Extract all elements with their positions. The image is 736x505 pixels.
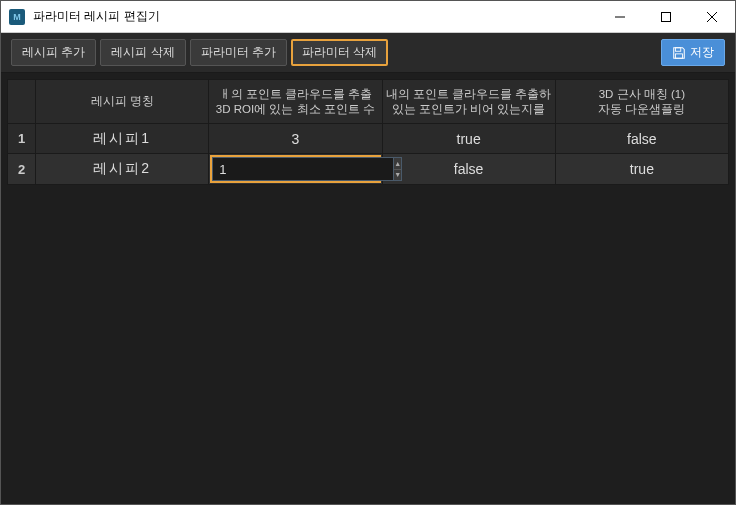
cell-value[interactable]: 3 (209, 124, 382, 154)
recipe-name-cell[interactable]: 레시피1 (36, 124, 209, 154)
header-name: 레시피 명칭 (36, 80, 209, 124)
header-col3: 3D 근사 매칭 (1)자동 다운샘플링 (555, 80, 728, 124)
delete-param-button[interactable]: 파라미터 삭제 (291, 39, 388, 66)
save-label: 저장 (690, 44, 714, 61)
svg-rect-4 (676, 47, 681, 51)
maximize-button[interactable] (643, 1, 689, 32)
cell-spinner[interactable]: ▲ ▼ (209, 154, 382, 185)
spinner-input[interactable] (212, 157, 393, 181)
row-index: 1 (8, 124, 36, 154)
add-param-button[interactable]: 파라미터 추가 (190, 39, 287, 66)
recipe-table: 레시피 명칭 ㅐ의 포인트 클라우드를 추출3D ROI에 있는 최소 포인트 … (7, 79, 729, 185)
spinner-down-button[interactable]: ▼ (394, 170, 401, 181)
recipe-name-cell[interactable]: 레시피2 (36, 154, 209, 185)
minimize-button[interactable] (597, 1, 643, 32)
toolbar: 레시피 추가 레시피 삭제 파라미터 추가 파라미터 삭제 저장 (1, 33, 735, 73)
spinner-up-button[interactable]: ▲ (394, 158, 401, 170)
spinner-buttons: ▲ ▼ (393, 157, 402, 181)
content-area: 레시피 명칭 ㅐ의 포인트 클라우드를 추출3D ROI에 있는 최소 포인트 … (1, 73, 735, 504)
svg-rect-1 (662, 12, 671, 21)
chevron-up-icon: ▲ (394, 160, 401, 167)
titlebar: M 파라미터 레시피 편집기 (1, 1, 735, 33)
close-button[interactable] (689, 1, 735, 32)
header-col2: 내의 포인트 클라우드를 추출하있는 포인트가 비어 있는지를 (382, 80, 555, 124)
table-header-row: 레시피 명칭 ㅐ의 포인트 클라우드를 추출3D ROI에 있는 최소 포인트 … (8, 80, 729, 124)
cell-value[interactable]: true (555, 154, 728, 185)
maximize-icon (661, 12, 671, 22)
table-row[interactable]: 2 레시피2 ▲ ▼ (8, 154, 729, 185)
delete-recipe-button[interactable]: 레시피 삭제 (100, 39, 185, 66)
chevron-down-icon: ▼ (394, 171, 401, 178)
cell-value[interactable]: true (382, 124, 555, 154)
svg-rect-5 (676, 53, 683, 57)
window: M 파라미터 레시피 편집기 레시피 추가 레시피 삭제 파라미터 추가 파라미… (0, 0, 736, 505)
table-row[interactable]: 1 레시피1 3 true false (8, 124, 729, 154)
save-icon (672, 46, 686, 60)
row-index: 2 (8, 154, 36, 185)
window-controls (597, 1, 735, 32)
close-icon (707, 12, 717, 22)
cell-value[interactable]: false (555, 124, 728, 154)
window-title: 파라미터 레시피 편집기 (33, 8, 597, 25)
add-recipe-button[interactable]: 레시피 추가 (11, 39, 96, 66)
save-button[interactable]: 저장 (661, 39, 725, 66)
header-index (8, 80, 36, 124)
cell-value[interactable]: false (382, 154, 555, 185)
minimize-icon (615, 12, 625, 22)
header-col1: ㅐ의 포인트 클라우드를 추출3D ROI에 있는 최소 포인트 수 (209, 80, 382, 124)
app-icon: M (9, 9, 25, 25)
spinner-highlight: ▲ ▼ (210, 155, 380, 183)
